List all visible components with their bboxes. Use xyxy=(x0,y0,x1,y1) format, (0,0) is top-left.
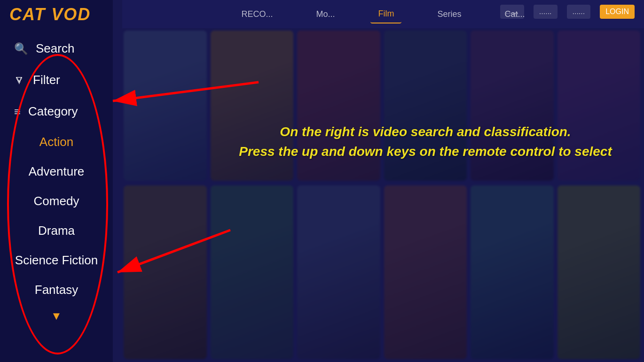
category-icon: ≡ xyxy=(14,105,21,118)
sidebar-category-label: Category xyxy=(28,104,78,119)
sidebar-item-scifi[interactable]: Science Fiction xyxy=(0,246,113,275)
sidebar-scroll-down[interactable]: ▼ xyxy=(0,305,113,327)
login-button[interactable]: LOGIN xyxy=(600,5,635,19)
nav-film[interactable]: Film xyxy=(370,5,401,23)
nav-movies[interactable]: Mo... xyxy=(308,6,342,23)
sidebar-category[interactable]: ≡ Category xyxy=(0,96,113,127)
sidebar-item-action[interactable]: Action xyxy=(0,127,113,157)
sidebar-item-comedy[interactable]: Comedy xyxy=(0,186,113,216)
sidebar-item-drama[interactable]: Drama xyxy=(0,216,113,246)
sidebar-filter-label: Filter xyxy=(33,73,60,87)
nav-right-item-1[interactable]: ...... xyxy=(500,5,524,19)
sidebar: 🔍 Search ⛛ Filter ≡ Category Action Adve… xyxy=(0,0,113,362)
app-logo: CAT VOD xyxy=(9,5,91,24)
sidebar-filter[interactable]: ⛛ Filter xyxy=(0,64,113,96)
sidebar-search[interactable]: 🔍 Search xyxy=(0,33,113,64)
top-nav-right: ...... ...... ...... LOGIN xyxy=(500,5,635,19)
nav-right-item-2[interactable]: ...... xyxy=(534,5,558,19)
sidebar-search-label: Search xyxy=(36,41,74,56)
nav-reco[interactable]: RECO... xyxy=(234,6,280,23)
nav-right-item-3[interactable]: ...... xyxy=(567,5,591,19)
search-icon: 🔍 xyxy=(14,42,28,55)
nav-series[interactable]: Series xyxy=(430,6,469,23)
sidebar-item-fantasy[interactable]: Fantasy xyxy=(0,275,113,305)
filter-icon: ⛛ xyxy=(14,74,25,87)
sidebar-item-adventure[interactable]: Adventure xyxy=(0,157,113,186)
